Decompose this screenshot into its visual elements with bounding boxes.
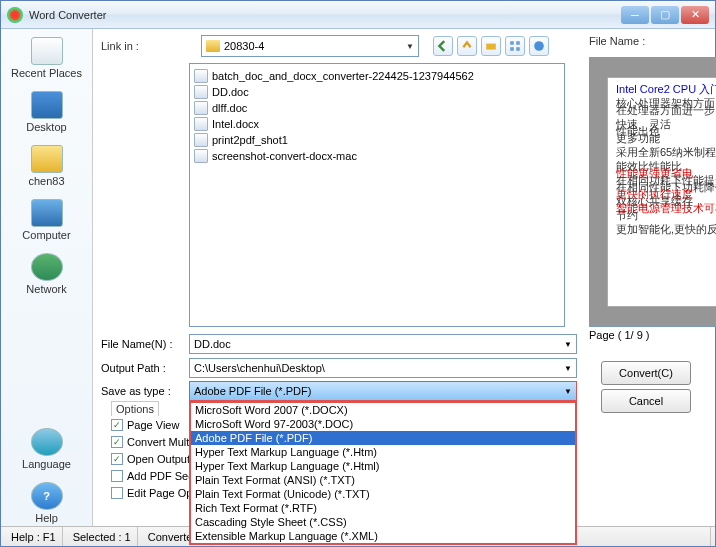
sidebar-item-computer[interactable]: Computer [7,197,87,243]
cancel-button[interactable]: Cancel [601,389,691,413]
sidebar-item-label: Recent Places [11,67,82,79]
preview-page: Intel Core2 CPU 入门 核心处理器架构方面… 在处理器方面进一步…… [607,77,716,307]
window-title: Word Converter [29,9,621,21]
sidebar-item-label: Help [35,512,58,524]
sidebar-item-label: Network [26,283,66,295]
filename-input[interactable]: DD.doc ▼ [189,334,577,354]
svg-rect-3 [510,47,514,51]
dropdown-option[interactable]: Plain Text Format (Unicode) (*.TXT) [191,487,575,501]
output-path-label: Output Path : [101,362,189,374]
sidebar-item-language[interactable]: Language [7,426,87,472]
minimize-button[interactable]: ─ [621,6,649,24]
save-as-dropdown[interactable]: MicroSoft Word 2007 (*.DOCX) MicroSoft W… [189,401,577,545]
svg-rect-4 [516,47,520,51]
edit-page-opt-checkbox[interactable] [111,487,123,499]
output-path-input[interactable]: C:\Users\chenhui\Desktop\ ▼ [189,358,577,378]
maximize-button[interactable]: ▢ [651,6,679,24]
sidebar: Recent Places Desktop chen83 Computer Ne… [1,29,93,526]
convert-button[interactable]: Convert(C) [601,361,691,385]
desktop-icon [31,91,63,119]
list-item[interactable]: batch_doc_and_docx_converter-224425-1237… [194,68,560,84]
file-list[interactable]: batch_doc_and_docx_converter-224425-1237… [189,63,565,327]
filename-value: DD.doc [194,338,231,350]
add-pdf-sec-checkbox[interactable] [111,470,123,482]
sidebar-item-help[interactable]: ? Help [7,480,87,526]
folder-icon [31,145,63,173]
help-icon: ? [31,482,63,510]
globe-icon [31,428,63,456]
svg-rect-0 [486,44,496,50]
main-panel: Link in : 20830-4 ▼ batch_doc_and_docx_c… [93,29,715,526]
edit-page-opt-label: Edit Page Opti [127,487,198,499]
dropdown-option[interactable]: MicroSoft Word 2007 (*.DOCX) [191,403,575,417]
file-icon [194,149,208,163]
list-item[interactable]: screenshot-convert-docx-mac [194,148,560,164]
sidebar-item-label: Desktop [26,121,66,133]
save-as-value: Adobe PDF File (*.PDF) [194,385,311,397]
svg-rect-1 [510,41,514,45]
filename-label: File Name(N) : [101,338,189,350]
svg-point-5 [534,41,544,51]
list-item[interactable]: dlff.doc [194,100,560,116]
svg-rect-2 [516,41,520,45]
dropdown-option[interactable]: Cascading Style Sheet (*.CSS) [191,515,575,529]
status-selected: Selected : 1 [67,527,138,546]
open-output-checkbox[interactable]: ✓ [111,453,123,465]
recent-places-icon [31,37,63,65]
sidebar-item-network[interactable]: Network [7,251,87,297]
list-item[interactable]: Intel.docx [194,116,560,132]
dropdown-option-selected[interactable]: Adobe PDF File (*.PDF) [191,431,575,445]
sidebar-item-recent-places[interactable]: Recent Places [7,35,87,81]
path-select[interactable]: 20830-4 ▼ [201,35,419,57]
preview-label: File Name : [589,35,645,47]
dropdown-option[interactable]: Extensible Markup Language (*.XML) [191,529,575,543]
save-as-select[interactable]: Adobe PDF File (*.PDF) ▼ [189,381,577,401]
file-icon [194,69,208,83]
chevron-down-icon: ▼ [564,340,572,349]
file-icon [194,117,208,131]
file-icon [194,133,208,147]
dropdown-option[interactable]: Hyper Text Markup Language (*.Htm) [191,445,575,459]
file-name: Intel.docx [212,118,259,130]
dropdown-option[interactable]: Plain Text Format (ANSI) (*.TXT) [191,473,575,487]
app-window: Word Converter ─ ▢ ✕ Recent Places Deskt… [0,0,716,547]
dropdown-option[interactable]: MicroSoft Word 97-2003(*.DOC) [191,417,575,431]
computer-icon [31,199,63,227]
dropdown-option[interactable]: Hyper Text Markup Language (*.Html) [191,459,575,473]
output-path-value: C:\Users\chenhui\Desktop\ [194,362,325,374]
link-in-label: Link in : [101,40,143,52]
folder-icon [206,40,220,52]
list-item[interactable]: DD.doc [194,84,560,100]
file-icon [194,101,208,115]
sidebar-item-label: chen83 [28,175,64,187]
page-view-label: Page View [127,419,179,431]
file-name: dlff.doc [212,102,247,114]
page-info: Page ( 1/ 9 ) [589,329,650,341]
path-value: 20830-4 [224,40,264,52]
status-help: Help : F1 [5,527,63,546]
file-name: print2pdf_shot1 [212,134,288,146]
sidebar-item-label: Computer [22,229,70,241]
preview-pane: Intel Core2 CPU 入门 核心处理器架构方面… 在处理器方面进一步…… [589,57,716,327]
network-icon [31,253,63,281]
nav-new-folder-button[interactable] [481,36,501,56]
sidebar-item-user-folder[interactable]: chen83 [7,143,87,189]
nav-up-button[interactable] [457,36,477,56]
file-icon [194,85,208,99]
app-icon [7,7,23,23]
page-view-checkbox[interactable]: ✓ [111,419,123,431]
nav-view-button[interactable] [505,36,525,56]
list-item[interactable]: print2pdf_shot1 [194,132,560,148]
nav-web-button[interactable] [529,36,549,56]
file-name: screenshot-convert-docx-mac [212,150,357,162]
dropdown-option[interactable]: Rich Text Format (*.RTF) [191,501,575,515]
titlebar: Word Converter ─ ▢ ✕ [1,1,715,29]
convert-multi-checkbox[interactable]: ✓ [111,436,123,448]
chevron-down-icon: ▼ [564,364,572,373]
chevron-down-icon: ▼ [564,387,572,396]
sidebar-item-desktop[interactable]: Desktop [7,89,87,135]
save-as-label: Save as type : [101,385,189,397]
file-name: DD.doc [212,86,249,98]
close-button[interactable]: ✕ [681,6,709,24]
nav-back-button[interactable] [433,36,453,56]
